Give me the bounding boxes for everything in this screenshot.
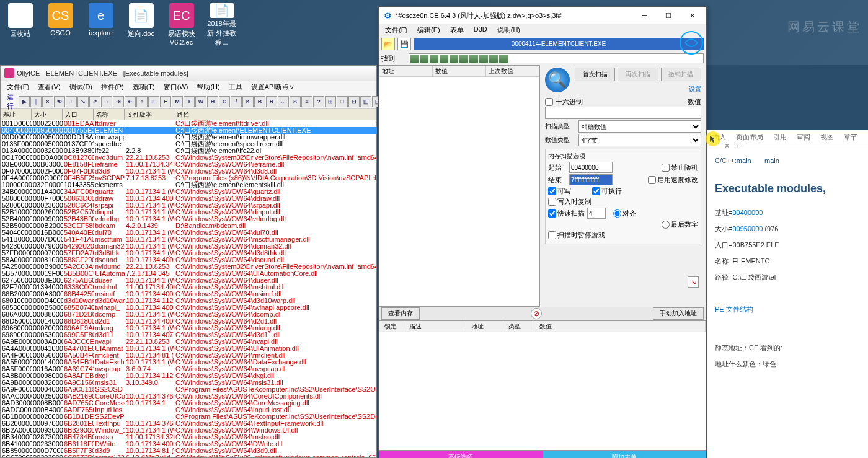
toolbar-button[interactable]: ↕ — [136, 96, 148, 107]
module-row[interactable]: 52B50000000B200052CEF58Ebdcam4.2.0.1439D… — [1, 222, 376, 229]
toolbar-button[interactable]: ↗ — [89, 96, 100, 107]
toolbar-button[interactable]: ↓ — [66, 96, 77, 107]
desktop-icon-doc2[interactable]: 📄2018年最新 外挂教程... — [205, 3, 239, 46]
red-arrow-icon[interactable]: ↘ — [688, 276, 699, 288]
toolbar-button[interactable]: || — [30, 96, 42, 107]
module-row[interactable]: 68530000000B5000685B0740twinapi_10.0.171… — [1, 304, 376, 311]
col-desc[interactable]: 描述 — [404, 321, 466, 332]
toolbar-button[interactable]: L — [148, 96, 159, 107]
module-row[interactable]: 5B57000000019F0005B5B00C5UIAutoma7.2.171… — [1, 270, 376, 277]
module-row[interactable]: 6989000000053000699C5E80d3d1110.0.17134.… — [1, 332, 376, 338]
ribbon-tab[interactable]: 引用 — [769, 130, 790, 146]
menu-item[interactable]: D3D — [470, 24, 491, 37]
menu-item[interactable]: 文件(F) — [3, 81, 33, 93]
toolbar-button[interactable]: R — [266, 96, 277, 107]
col-base[interactable]: 基址 — [1, 109, 32, 120]
module-row[interactable]: 013A000000032000013B938Cifc222.2.8C:\口袋西… — [1, 148, 376, 154]
no-entry-icon[interactable]: ⊘ — [531, 308, 542, 319]
module-row[interactable]: 00D000000000500000DD18ABimmwrappC:\口袋西游\… — [1, 134, 376, 141]
col-name[interactable]: 名称 — [94, 109, 125, 120]
toolbar-button[interactable]: S — [290, 96, 301, 107]
module-row[interactable]: 6A5F00000016A0006A69C741nvspcap3.6.0.74C… — [1, 366, 376, 372]
menu-item[interactable]: 窗口(W) — [160, 81, 192, 93]
module-row[interactable]: 34B00000001A400034AFC000quartz10.0.17134… — [1, 188, 376, 195]
module-row[interactable]: 66B20000000A300066B44250msimtf10.0.17134… — [1, 291, 376, 297]
module-row[interactable]: 6AD300000008B0006AD765C0CoreMess10.0.171… — [1, 400, 376, 407]
module-row[interactable]: 62E70000013940006338C0C0mshtml11.00.1713… — [1, 284, 376, 291]
col-type[interactable]: 类型 — [503, 321, 534, 332]
col-address[interactable]: 地址 — [379, 66, 433, 76]
module-row[interactable]: 6A9F0000000040006A9C5115SS2OSDC:\Program… — [1, 386, 376, 393]
address-table[interactable]: 锁定 描述 地址 类型 数值 — [379, 320, 706, 451]
pe-structure-link[interactable]: PE 文件结构 — [715, 302, 861, 316]
toolbar-button[interactable]: ⇥ — [113, 96, 124, 107]
module-row[interactable]: 58A0000000081000588CF290dsound10.0.17134… — [1, 257, 376, 263]
menu-item[interactable]: 帮助(H) — [193, 81, 223, 93]
first-scan-button[interactable]: 首次扫描 — [575, 68, 615, 81]
col-lock[interactable]: 锁定 — [379, 321, 404, 332]
ollydbg-titlebar[interactable]: OllyICE - ELEMENTCLIENT.EXE - [Executabl… — [1, 66, 376, 81]
module-row[interactable]: 68D500000001400068D61800d2d110.0.17134.4… — [1, 318, 376, 325]
menu-item[interactable]: 工具 — [225, 81, 246, 93]
col-addr[interactable]: 地址 — [466, 321, 503, 332]
col-version[interactable]: 文件版本 — [125, 109, 174, 120]
minimize-button[interactable]: ─ — [636, 9, 654, 22]
add-address-button[interactable]: 手动加入地址 — [653, 307, 704, 320]
toolbar-button[interactable]: K — [242, 96, 254, 107]
hex-checkbox[interactable] — [545, 98, 553, 106]
ribbon-tab[interactable]: 视图 — [817, 130, 838, 146]
align-radio[interactable] — [613, 209, 621, 218]
desktop-icon-doc1[interactable]: 📄逆向.doc — [124, 3, 158, 46]
module-row[interactable]: 50800000000F700050863D00ddraw10.0.17134.… — [1, 195, 376, 202]
scan-results-list[interactable]: 地址 数值 上次数值 — [379, 65, 540, 307]
toolbar-button[interactable]: ↘ — [78, 96, 89, 107]
value-input[interactable] — [545, 107, 701, 119]
toolbar-button[interactable]: × — [42, 96, 53, 107]
col-path[interactable]: 路径 — [174, 109, 376, 120]
start-input[interactable] — [569, 162, 613, 173]
module-row[interactable]: 6A8B0000000980006A8AFEB0dxgi10.0.17134.1… — [1, 372, 376, 379]
toolbar-button[interactable]: W — [195, 96, 206, 107]
close-button[interactable]: ✕ — [683, 9, 701, 22]
col-size[interactable]: 大小 — [32, 109, 63, 120]
menu-item[interactable]: 表单 — [446, 24, 467, 37]
view-memory-button[interactable]: 查看内存 — [381, 307, 420, 320]
module-row[interactable]: 6B1B0000000200006B1B1DEFSS2DevPrC:\Progr… — [1, 413, 376, 420]
desktop-icon-recycle[interactable]: 🗑回收站 — [3, 3, 37, 46]
fastscan-check[interactable] — [548, 209, 556, 218]
speedhack-check[interactable] — [648, 176, 656, 184]
module-row[interactable]: 6B340000028730006B4784B0msIso11.00.17134… — [1, 434, 376, 441]
module-row[interactable]: 5A250000000B90005A2C03A9nvldumd22.21.13.… — [1, 263, 376, 270]
toolbar-button[interactable]: E — [160, 96, 171, 107]
toolbar-button[interactable]: → — [101, 96, 112, 107]
toolbar-button[interactable]: M — [172, 96, 183, 107]
module-row[interactable]: 6A550000000140006A54EB10DataExch10.0.171… — [1, 359, 376, 366]
menu-item[interactable]: 编辑(E) — [414, 24, 444, 37]
menu-item[interactable]: 调试(D) — [66, 81, 96, 93]
fastscan-input[interactable] — [587, 208, 606, 219]
toolbar-button[interactable]: ? — [313, 96, 324, 107]
module-row[interactable]: 6B850000000D70006B5F7F30d3d910.0.17134.8… — [1, 447, 376, 454]
module-row[interactable]: 0C17000000D0A0000C812760nvd3dum22.21.13.… — [1, 154, 376, 161]
pausegame-check[interactable] — [548, 231, 556, 239]
valuetype-select[interactable]: 4字节 — [578, 134, 701, 146]
module-row[interactable]: 03E0000000B630000E8158F0ieframe11.00.171… — [1, 161, 376, 168]
menu-item[interactable]: 文件(F) — [381, 24, 411, 37]
module-row[interactable]: 52B100000002600052B2C570dinput10.0.17134… — [1, 209, 376, 216]
toolbar-button[interactable]: ⊞ — [325, 96, 336, 107]
menu-item[interactable]: 插件(P) — [97, 81, 128, 93]
module-row[interactable]: 001D000000022000001EDAA1ftdriverC:\口袋西游\… — [1, 120, 376, 127]
toolbar-button[interactable]: ≡ — [301, 96, 312, 107]
ce-titlebar[interactable]: ⚙ *#oscze0n CE 6.4.3 (风叶人-加强版) z.dw>,q>o… — [379, 7, 706, 24]
module-row[interactable]: 6ADC0000000B40006ADF7650InputHosC:\Windo… — [1, 407, 376, 413]
ribbon-tab[interactable]: 章节 — [840, 130, 861, 146]
menu-item[interactable]: 设置API断点∨ — [247, 81, 299, 93]
toolbar-button[interactable]: ◫ — [360, 96, 371, 107]
advanced-options-tab[interactable]: 高级选项 — [379, 451, 542, 458]
module-row[interactable]: 6AAC0000000250006AB21690CoreUICo10.0.171… — [1, 393, 376, 400]
ribbon-tab[interactable]: 审阅 — [793, 130, 814, 146]
settings-link[interactable]: 设置 — [575, 85, 701, 94]
module-row[interactable]: 6B410000002330006B6118F0DWrite10.0.17134… — [1, 441, 376, 447]
maximize-button[interactable]: ☐ — [659, 9, 678, 22]
open-process-button[interactable]: 📂 — [381, 38, 395, 50]
